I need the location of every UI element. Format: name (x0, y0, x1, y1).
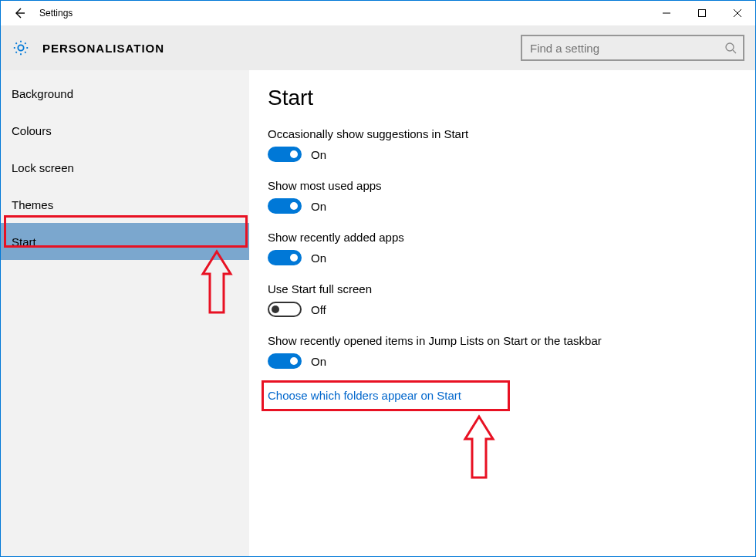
maximize-icon (698, 9, 706, 17)
section-title: PERSONALISATION (42, 42, 164, 55)
gear-icon (12, 39, 29, 56)
settings-gear-icon (10, 39, 32, 56)
svg-point-1 (726, 43, 734, 51)
toggle-state: On (311, 355, 326, 368)
toggle-row: Off (268, 302, 737, 317)
search-icon (724, 42, 737, 54)
toggle-state: On (311, 200, 326, 213)
toggle-state: On (311, 148, 326, 161)
sidebar-item-background[interactable]: Background (1, 75, 249, 112)
svg-rect-0 (699, 10, 706, 17)
titlebar: Settings (1, 1, 755, 25)
window-controls (649, 1, 755, 25)
toggle-row: On (268, 147, 737, 162)
toggle-row: On (268, 198, 737, 214)
setting-suggestions: Occasionally show suggestions in Start O… (268, 127, 737, 162)
setting-recently-added: Show recently added apps On (268, 231, 737, 265)
setting-label: Show recently opened items in Jump Lists… (268, 334, 737, 347)
sidebar-item-lock-screen[interactable]: Lock screen (1, 149, 249, 186)
search-box[interactable] (521, 35, 744, 61)
search-wrap (521, 35, 744, 61)
header: PERSONALISATION (1, 25, 755, 70)
sidebar-item-start[interactable]: Start (1, 223, 249, 260)
setting-jump-lists: Show recently opened items in Jump Lists… (268, 334, 737, 369)
back-button[interactable] (1, 1, 38, 25)
close-button[interactable] (720, 1, 755, 25)
minimize-button[interactable] (649, 1, 684, 25)
arrow-left-icon (12, 6, 26, 20)
settings-window: Settings PERSONALISATION (0, 0, 756, 557)
setting-label: Show recently added apps (268, 231, 737, 244)
minimize-icon (663, 9, 670, 17)
toggle-state: Off (311, 303, 326, 316)
search-input[interactable] (528, 41, 724, 56)
sidebar: Background Colours Lock screen Themes St… (1, 70, 249, 556)
link-wrap: Choose which folders appear on Start (268, 386, 737, 405)
toggle-full-screen[interactable] (268, 302, 302, 317)
body: Background Colours Lock screen Themes St… (1, 70, 755, 556)
setting-label: Show most used apps (268, 179, 737, 192)
content: Start Occasionally show suggestions in S… (249, 70, 755, 556)
toggle-row: On (268, 250, 737, 265)
toggle-state: On (311, 251, 326, 265)
sidebar-item-colours[interactable]: Colours (1, 112, 249, 149)
setting-label: Occasionally show suggestions in Start (268, 127, 737, 140)
page-title: Start (268, 86, 737, 110)
toggle-jump-lists[interactable] (268, 353, 302, 369)
setting-full-screen: Use Start full screen Off (268, 282, 737, 317)
toggle-most-used[interactable] (268, 198, 302, 214)
maximize-button[interactable] (684, 1, 720, 25)
toggle-row: On (268, 353, 737, 369)
sidebar-item-themes[interactable]: Themes (1, 186, 249, 223)
setting-label: Use Start full screen (268, 282, 737, 295)
choose-folders-link[interactable]: Choose which folders appear on Start (268, 386, 461, 405)
close-icon (734, 9, 741, 17)
window-title: Settings (38, 8, 73, 19)
setting-most-used: Show most used apps On (268, 179, 737, 214)
toggle-recently-added[interactable] (268, 250, 302, 265)
toggle-suggestions[interactable] (268, 147, 302, 162)
